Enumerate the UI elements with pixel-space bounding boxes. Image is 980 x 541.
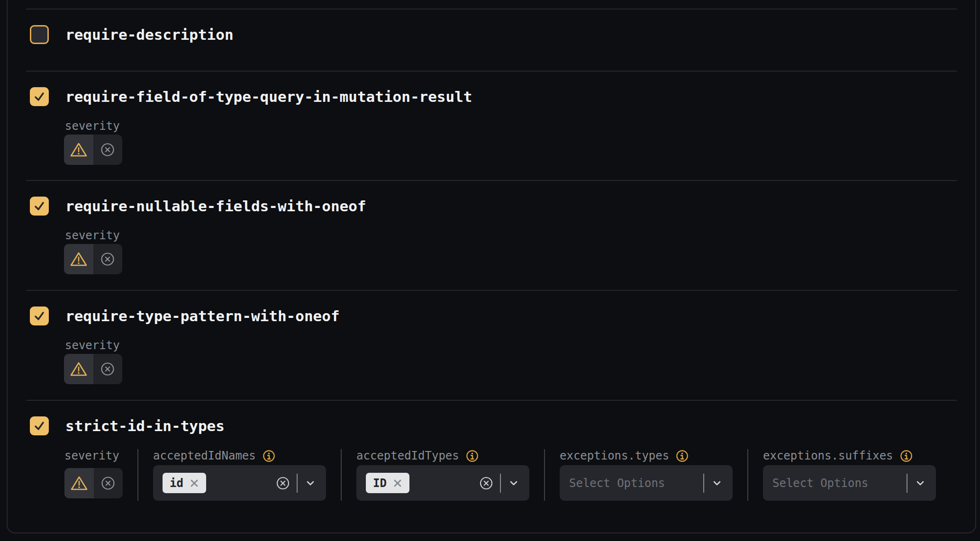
chevron-down-icon[interactable] bbox=[508, 477, 520, 489]
severity-off-button[interactable] bbox=[93, 244, 123, 274]
info-circle-icon[interactable] bbox=[466, 450, 479, 462]
accepted-id-names-select[interactable]: id bbox=[153, 465, 326, 501]
exceptions-types-column: exceptions.types Select Options bbox=[560, 449, 733, 501]
rule-name: strict-id-in-types bbox=[65, 417, 225, 434]
rule-checkbox[interactable] bbox=[30, 416, 49, 435]
rule-section-require-description: require-description bbox=[26, 9, 957, 71]
severity-off-button[interactable] bbox=[94, 468, 123, 498]
rule-name: require-nullable-fields-with-oneof bbox=[65, 198, 366, 215]
rule-name: require-description bbox=[65, 26, 234, 43]
column-divider bbox=[544, 449, 545, 501]
chevron-down-icon[interactable] bbox=[304, 477, 317, 489]
chevron-down-icon[interactable] bbox=[711, 477, 723, 489]
severity-label: severity bbox=[64, 449, 123, 462]
rule-checkbox[interactable] bbox=[30, 87, 49, 106]
info-circle-icon[interactable] bbox=[263, 450, 275, 462]
column-divider bbox=[137, 449, 138, 501]
rules-config-page: require-description require-field-of-typ… bbox=[0, 0, 980, 541]
rule-options-row: severity acceptedIdNames bbox=[64, 449, 957, 501]
rule-checkbox[interactable] bbox=[30, 307, 49, 325]
severity-column: severity bbox=[64, 449, 123, 501]
check-icon bbox=[33, 310, 45, 322]
warning-triangle-icon bbox=[70, 142, 88, 158]
chevron-down-icon[interactable] bbox=[914, 477, 926, 489]
info-circle-icon[interactable] bbox=[676, 450, 689, 462]
rule-checkbox[interactable] bbox=[30, 25, 49, 44]
accepted-id-types-select[interactable]: ID bbox=[356, 465, 529, 501]
rule-section-require-nullable-fields-with-oneof: require-nullable-fields-with-oneof sever… bbox=[26, 180, 957, 290]
x-icon[interactable] bbox=[393, 478, 402, 488]
severity-label: severity bbox=[65, 339, 957, 352]
severity-toggle bbox=[64, 468, 123, 498]
warning-triangle-icon bbox=[70, 361, 88, 377]
circle-x-off-icon bbox=[100, 361, 115, 377]
circle-x-off-icon bbox=[100, 142, 115, 157]
accepted-id-types-column: acceptedIdTypes ID bbox=[356, 449, 529, 501]
select-divider bbox=[297, 474, 298, 493]
severity-off-button[interactable] bbox=[93, 135, 123, 165]
select-divider bbox=[703, 474, 704, 493]
info-circle-icon[interactable] bbox=[900, 450, 913, 462]
rule-name: require-type-pattern-with-oneof bbox=[65, 307, 340, 325]
select-divider bbox=[500, 474, 501, 493]
column-divider bbox=[747, 449, 748, 501]
tag-ID: ID bbox=[366, 473, 409, 493]
severity-warn-button[interactable] bbox=[64, 468, 94, 498]
severity-warn-button[interactable] bbox=[64, 135, 93, 165]
option-label: exceptions.types bbox=[560, 449, 733, 462]
rule-name: require-field-of-type-query-in-mutation-… bbox=[65, 88, 472, 105]
severity-toggle bbox=[64, 135, 122, 165]
severity-toggle bbox=[64, 244, 122, 274]
option-label: acceptedIdTypes bbox=[356, 449, 529, 462]
circle-x-off-icon bbox=[100, 252, 115, 267]
rule-section-strict-id-in-types: strict-id-in-types severity bbox=[26, 400, 957, 534]
circle-x-clear-icon[interactable] bbox=[276, 476, 290, 490]
accepted-id-names-column: acceptedIdNames id bbox=[153, 449, 326, 501]
tag-id: id bbox=[163, 473, 206, 493]
circle-x-clear-icon[interactable] bbox=[479, 476, 493, 490]
circle-x-off-icon bbox=[100, 476, 116, 491]
severity-warn-button[interactable] bbox=[64, 244, 93, 274]
warning-triangle-icon bbox=[70, 251, 88, 267]
check-icon bbox=[33, 90, 45, 103]
exceptions-suffixes-select[interactable]: Select Options bbox=[763, 465, 936, 501]
select-placeholder: Select Options bbox=[772, 477, 868, 490]
check-icon bbox=[33, 420, 45, 432]
severity-label: severity bbox=[65, 119, 957, 133]
severity-off-button[interactable] bbox=[93, 354, 123, 384]
rule-section-require-type-pattern-with-oneof: require-type-pattern-with-oneof severity bbox=[26, 290, 957, 400]
severity-warn-button[interactable] bbox=[64, 354, 93, 384]
select-divider bbox=[907, 474, 907, 493]
exceptions-suffixes-column: exceptions.suffixes Select Options bbox=[763, 449, 936, 501]
option-label: exceptions.suffixes bbox=[763, 449, 936, 462]
column-divider bbox=[341, 449, 342, 501]
x-icon[interactable] bbox=[190, 478, 199, 488]
severity-label: severity bbox=[65, 229, 957, 242]
option-label: acceptedIdNames bbox=[153, 449, 326, 462]
exceptions-types-select[interactable]: Select Options bbox=[560, 465, 733, 501]
warning-triangle-icon bbox=[70, 475, 88, 491]
select-placeholder: Select Options bbox=[569, 477, 665, 490]
check-icon bbox=[33, 200, 45, 212]
severity-toggle bbox=[64, 354, 122, 384]
rule-section-require-field-of-type-query-in-mutation-result: require-field-of-type-query-in-mutation-… bbox=[26, 71, 957, 180]
rule-checkbox[interactable] bbox=[30, 197, 49, 216]
